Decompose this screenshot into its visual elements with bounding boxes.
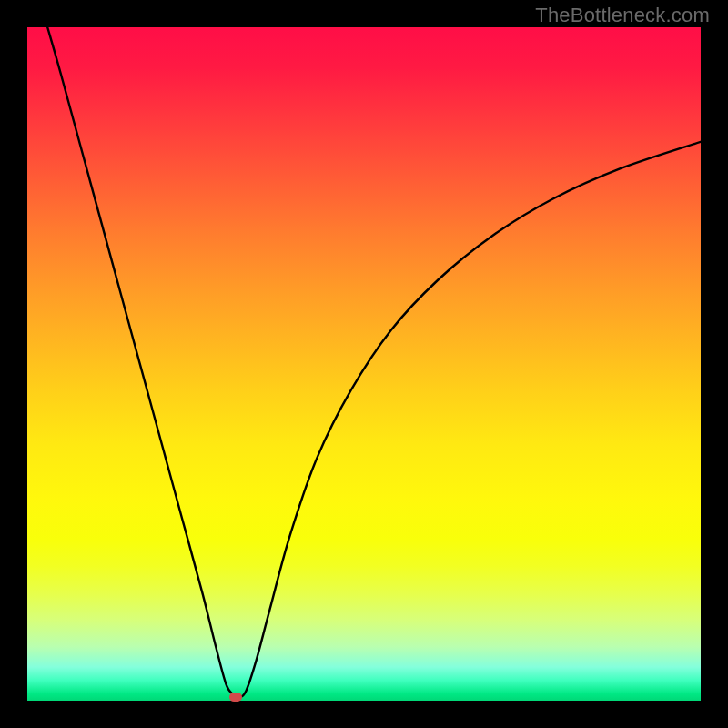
watermark-text: TheBottleneck.com bbox=[535, 4, 710, 27]
plot-area bbox=[27, 27, 701, 701]
bottleneck-marker bbox=[229, 693, 242, 702]
bottleneck-curve bbox=[27, 27, 701, 701]
chart-frame: TheBottleneck.com bbox=[0, 0, 728, 728]
